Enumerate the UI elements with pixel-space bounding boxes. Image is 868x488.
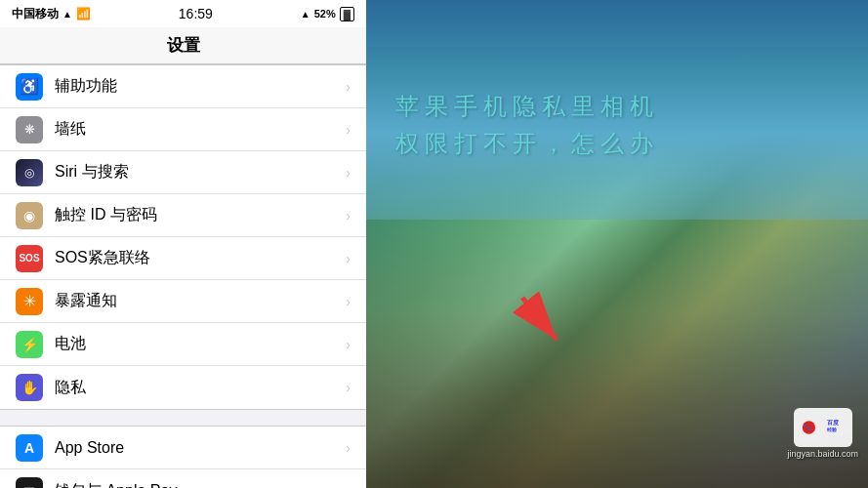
nav-title: 设置 [167,34,200,57]
settings-row-battery[interactable]: ⚡ 电池 › [0,323,366,366]
wallpaper-label: 墙纸 [55,119,346,140]
chevron-icon-5: › [346,251,351,266]
exposure-icon: ✳ [16,288,43,315]
battery-label: 52% [314,8,336,20]
svg-line-1 [522,298,557,340]
wifi-icon: 📶 [76,7,91,20]
settings-row-privacy[interactable]: ✋ 隐私 › [0,366,366,409]
settings-row-touchid[interactable]: ◉ 触控 ID 与密码 › [0,194,366,237]
chevron-icon-2: › [346,122,351,138]
red-arrow-icon [503,283,581,361]
touchid-icon: ◉ [16,202,43,229]
svg-text:经验: 经验 [827,427,838,432]
settings-row-wallet[interactable]: ▣ 钱包与 Apple Pay › [0,469,366,488]
background-panel: 苹果手机隐私里相机 权限打不开，怎么办 🐾 百度 经验 [366,0,868,488]
settings-row-appstore[interactable]: A App Store › [0,427,366,469]
siri-icon: ◎ [16,159,43,186]
chevron-icon-3: › [346,165,351,181]
overlay-text: 苹果手机隐私里相机 权限打不开，怎么办 [395,88,858,163]
baidu-url-label: jingyan.baidu.com [787,449,858,459]
chevron-icon-6: › [346,294,351,309]
sos-label: SOS紧急联络 [55,248,346,268]
battery-icon: ▓ [340,7,354,21]
status-left: 中国移动 ▲ 📶 [12,6,91,22]
svg-text:🐾: 🐾 [804,423,812,431]
overlay-line1: 苹果手机隐私里相机 [395,88,858,125]
settings-row-sos[interactable]: SOS SOS紧急联络 › [0,237,366,280]
settings-row-siri[interactable]: ◎ Siri 与搜索 › [0,151,366,194]
privacy-icon: ✋ [16,374,43,401]
chevron-icon-8: › [346,380,351,395]
overlay-line2: 权限打不开，怎么办 [395,125,858,162]
time-label: 16:59 [179,6,213,21]
wallpaper-icon: ❋ [16,116,43,143]
sos-icon: SOS [16,245,43,272]
background-image: 苹果手机隐私里相机 权限打不开，怎么办 🐾 百度 经验 [366,0,868,488]
settings-row-wallpaper[interactable]: ❋ 墙纸 › [0,108,366,151]
appstore-label: App Store [55,439,346,457]
location-icon: ▲ [301,9,310,20]
signal-icon: ▲ [62,9,72,20]
svg-text:百度: 百度 [827,419,839,426]
appstore-icon: A [16,434,43,462]
battery-icon-row: ⚡ [16,331,43,358]
chevron-icon-4: › [346,208,351,224]
settings-row-accessibility[interactable]: ♿ 辅助功能 › [0,65,366,108]
wallet-label: 钱包与 Apple Pay [55,481,346,489]
baidu-watermark: 🐾 百度 经验 jingyan.baidu.com [787,408,858,459]
siri-label: Siri 与搜索 [55,162,346,183]
wallet-icon: ▣ [16,477,43,488]
baidu-logo: 🐾 百度 经验 [794,408,852,447]
phone-panel: 中国移动 ▲ 📶 16:59 ▲ 52% ▓ 设置 ♿ 辅助功能 › ❋ 墙纸 … [0,0,366,488]
chevron-icon: › [346,79,351,95]
settings-list: ♿ 辅助功能 › ❋ 墙纸 › ◎ Siri 与搜索 › ◉ 触控 ID 与密码… [0,64,366,488]
chevron-icon-7: › [346,337,351,352]
status-bar: 中国移动 ▲ 📶 16:59 ▲ 52% ▓ [0,0,366,27]
accessibility-icon: ♿ [16,73,43,101]
settings-group-1: ♿ 辅助功能 › ❋ 墙纸 › ◎ Siri 与搜索 › ◉ 触控 ID 与密码… [0,64,366,410]
settings-group-2: A App Store › ▣ 钱包与 Apple Pay › [0,426,366,488]
chevron-icon-9: › [346,440,351,456]
privacy-label: 隐私 [55,378,346,398]
battery-label-row: 电池 [55,334,346,354]
exposure-label: 暴露通知 [55,291,346,311]
status-right: ▲ 52% ▓ [301,7,354,21]
nav-bar: 设置 [0,27,366,64]
touchid-label: 触控 ID 与密码 [55,205,346,225]
settings-row-exposure[interactable]: ✳ 暴露通知 › [0,280,366,323]
carrier-label: 中国移动 [12,6,59,22]
accessibility-label: 辅助功能 [55,76,346,97]
chevron-icon-10: › [346,483,351,488]
